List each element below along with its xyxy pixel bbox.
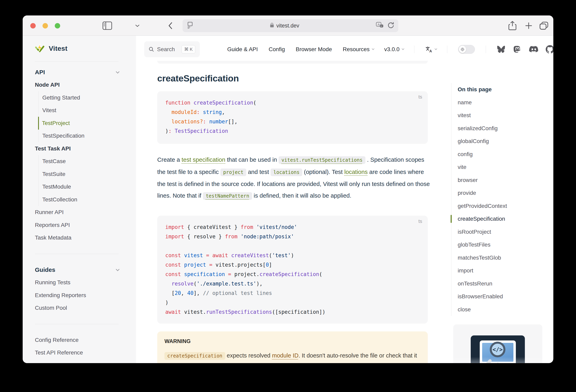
discord-icon[interactable]: [529, 45, 538, 53]
code-content: import { createVitest } from 'vitest/nod…: [165, 222, 420, 317]
toc-item-globtestfiles[interactable]: globTestFiles: [458, 238, 536, 251]
link-vitest-runtestspecifications[interactable]: vitest.runTestSpecifications: [279, 156, 365, 164]
nav-link-label: Guide & API: [227, 46, 258, 53]
svg-text:A: A: [378, 23, 380, 26]
tab-overview-icon[interactable]: [539, 15, 548, 36]
sidebar-item-guides[interactable]: Guides: [35, 263, 118, 276]
bluesky-icon[interactable]: [497, 45, 506, 53]
address-bar[interactable]: vitest.dev A x: [182, 19, 398, 32]
sidebar-item-testsuite[interactable]: TestSuite: [38, 168, 118, 181]
sidebar-item-testspecification[interactable]: TestSpecification: [38, 130, 118, 142]
social-links: [497, 45, 553, 54]
github-icon[interactable]: [546, 45, 553, 54]
sponsor-card[interactable]: </>: [453, 324, 542, 363]
logo-title: Vitest: [49, 45, 67, 52]
browser-toolbar: vitest.dev A x: [23, 15, 553, 36]
url-text: vitest.dev: [276, 23, 299, 29]
sidebar-item-testmodule[interactable]: TestModule: [38, 181, 118, 193]
inline-code-project[interactable]: project: [220, 169, 246, 176]
toc-item-import[interactable]: import: [458, 264, 536, 277]
code-block-signature[interactable]: ts function createSpecification( moduleI…: [157, 91, 428, 144]
toc-item-serializedconfig[interactable]: serializedConfig: [458, 122, 536, 135]
search-input[interactable]: Search ⌘ K: [144, 41, 200, 57]
sidebar-item-custom-pool[interactable]: Custom Pool: [35, 302, 118, 315]
link-locations[interactable]: locations: [344, 169, 368, 175]
theme-toggle[interactable]: [458, 45, 475, 54]
toc-item-globalconfig[interactable]: globalConfig: [458, 135, 536, 148]
svg-text:A: A: [429, 49, 432, 53]
magnifier-code-icon: </>: [490, 342, 505, 357]
nav-link-v3-0-0[interactable]: v3.0.0: [384, 46, 403, 53]
reload-icon[interactable]: [387, 22, 394, 30]
nav-link-guide-api[interactable]: Guide & API: [227, 46, 258, 53]
sidebar-item-label: TestProject: [42, 120, 70, 126]
toc-item-name[interactable]: name: [458, 96, 536, 109]
toc-item-vitest[interactable]: vitest: [458, 109, 536, 122]
toc-item-config[interactable]: config: [458, 148, 536, 161]
toc-item-provide[interactable]: provide: [458, 186, 536, 200]
nav-link-config[interactable]: Config: [269, 46, 285, 53]
language-icon[interactable]: A: [425, 46, 436, 53]
sidebar-item-label: TestSpecification: [42, 133, 85, 139]
inline-code-createspecification[interactable]: createSpecification: [165, 352, 225, 360]
sidebar-item-testproject[interactable]: TestProject: [38, 117, 119, 130]
nav-link-resources[interactable]: Resources: [343, 46, 374, 53]
minimize-window-button[interactable]: [43, 23, 48, 29]
inline-code-locations[interactable]: locations: [271, 169, 302, 176]
sidebar-item-config-reference[interactable]: Config Reference: [35, 334, 118, 346]
text: that can be used in: [225, 156, 279, 163]
link-testnamepattern[interactable]: testNamePattern: [203, 192, 252, 200]
sidebar-item-label: Task Metadata: [35, 235, 71, 241]
sidebar-toggle-icon[interactable]: [102, 15, 112, 36]
zoom-window-button[interactable]: [55, 23, 60, 29]
text: expects resolved: [225, 352, 272, 359]
toc-item-getprovidedcontext[interactable]: getProvidedContext: [458, 200, 536, 213]
sidebar-item-vitest[interactable]: Vitest: [38, 104, 118, 117]
sidebar-item-runner-api[interactable]: Runner API: [35, 206, 118, 219]
nav-link-label: v3.0.0: [384, 46, 400, 53]
toc-item-vite[interactable]: vite: [458, 161, 536, 174]
new-tab-icon[interactable]: [524, 15, 533, 36]
page-title: createSpecification: [157, 73, 239, 84]
vitest-logo-icon: [34, 43, 45, 54]
sidebar-item-testcase[interactable]: TestCase: [38, 155, 118, 168]
sidebar-item-getting-started[interactable]: Getting Started: [38, 91, 118, 104]
on-this-page: On this page namevitestserializedConfigg…: [451, 83, 536, 316]
toc-item-isbrowserenabled[interactable]: isBrowserEnabled: [458, 290, 536, 303]
share-icon[interactable]: [508, 15, 517, 36]
sidebar-item-api[interactable]: API: [35, 66, 118, 79]
docs-sidebar: Vitest APINode APIGetting StartedVitestT…: [23, 36, 136, 363]
sidebar-item-label: Runner API: [35, 209, 64, 215]
toc-item-createspecification[interactable]: createSpecification: [458, 212, 536, 225]
clipped-previous-codeblock: [157, 61, 428, 63]
text: (optional). Test: [302, 169, 344, 175]
code-block-example[interactable]: ts import { createVitest } from 'vitest/…: [157, 216, 428, 324]
nav-link-browser-mode[interactable]: Browser Mode: [296, 46, 332, 53]
toc-item-browser[interactable]: browser: [458, 174, 536, 187]
toc-item-matchestestglob[interactable]: matchesTestGlob: [458, 251, 536, 264]
sidebar-item-label: Test API Reference: [35, 349, 83, 356]
sidebar-item-extending-reporters[interactable]: Extending Reporters: [35, 289, 118, 302]
toc-item-close[interactable]: close: [458, 303, 536, 316]
link-module-id[interactable]: module ID: [272, 352, 298, 359]
toc-item-ontestsrerun[interactable]: onTestsRerun: [458, 277, 536, 290]
translate-icon[interactable]: A x: [376, 22, 384, 30]
back-button[interactable]: [168, 15, 173, 36]
sidebar-item-testcollection[interactable]: TestCollection: [38, 193, 118, 206]
mastodon-icon[interactable]: [513, 45, 521, 54]
close-window-button[interactable]: [30, 23, 36, 29]
sidebar-item-reporters-api[interactable]: Reporters API: [35, 219, 118, 232]
sun-icon: [459, 46, 466, 53]
sidebar-item-test-api-reference[interactable]: Test API Reference: [35, 346, 118, 359]
reader-view-icon[interactable]: [187, 22, 193, 30]
sidebar-divider: [35, 314, 118, 334]
search-icon: [149, 47, 154, 52]
vitest-logo[interactable]: Vitest: [34, 43, 67, 54]
link-test-specification[interactable]: test specification: [181, 156, 225, 163]
sidebar-item-task-metadata[interactable]: Task Metadata: [35, 232, 118, 244]
traffic-lights: [30, 23, 60, 29]
toc-item-isrootproject[interactable]: isRootProject: [458, 225, 536, 239]
sidebar-item-running-tests[interactable]: Running Tests: [35, 276, 118, 289]
sidebar-menu-chevron-icon[interactable]: [135, 15, 140, 36]
nav-separator: [486, 46, 486, 53]
